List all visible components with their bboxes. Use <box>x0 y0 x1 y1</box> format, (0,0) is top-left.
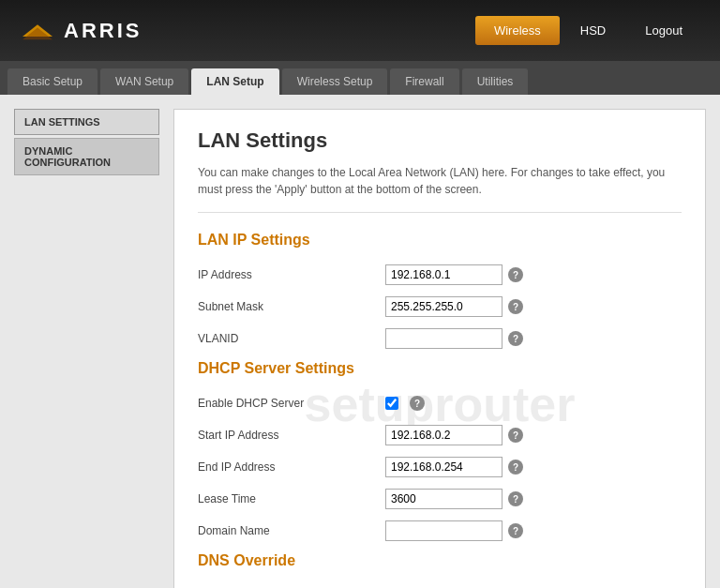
content-area: setuprouter LAN Settings You can make ch… <box>173 109 706 588</box>
help-icon-ip-address[interactable]: ? <box>508 267 523 282</box>
form-row-ip-address: IP Address ? <box>198 263 682 287</box>
page-title: LAN Settings <box>198 128 682 153</box>
page-description: You can make changes to the Local Area N… <box>198 164 682 213</box>
input-vlanid[interactable] <box>385 328 502 349</box>
arris-logo-icon <box>19 22 56 40</box>
sidebar-item-dynamic-config[interactable]: DYNAMIC CONFIGURATION <box>14 138 159 175</box>
help-icon-lease-time[interactable]: ? <box>508 491 523 506</box>
form-row-enable-dhcp: Enable DHCP Server ? <box>198 391 682 415</box>
tab-lan-setup[interactable]: LAN Setup <box>191 68 278 95</box>
header-nav: Wireless HSD Logout <box>475 16 701 45</box>
form-row-start-ip: Start IP Address ? <box>198 423 682 447</box>
input-end-ip[interactable] <box>385 457 502 477</box>
input-subnet-mask[interactable] <box>385 296 502 317</box>
help-icon-domain-name[interactable]: ? <box>508 523 523 538</box>
help-icon-start-ip[interactable]: ? <box>508 428 523 443</box>
input-ip-address[interactable] <box>385 264 502 285</box>
form-row-end-ip: End IP Address ? <box>198 455 682 479</box>
input-lease-time[interactable] <box>385 489 502 509</box>
sidebar: LAN SETTINGS DYNAMIC CONFIGURATION <box>14 109 159 588</box>
input-domain-name[interactable] <box>385 520 502 541</box>
label-domain-name: Domain Name <box>198 524 385 537</box>
help-icon-end-ip[interactable]: ? <box>508 460 523 475</box>
label-start-ip: Start IP Address <box>198 429 385 442</box>
tab-bar: Basic Setup WAN Setup LAN Setup Wireless… <box>0 61 720 95</box>
label-subnet-mask: Subnet Mask <box>198 300 385 313</box>
header: ARRIS Wireless HSD Logout <box>0 0 720 61</box>
form-row-subnet-mask: Subnet Mask ? <box>198 294 682 319</box>
help-icon-vlanid[interactable]: ? <box>508 331 523 346</box>
tab-utilities[interactable]: Utilities <box>462 68 529 95</box>
tab-wan-setup[interactable]: WAN Setup <box>100 68 188 95</box>
tab-firewall[interactable]: Firewall <box>390 68 458 95</box>
help-icon-subnet-mask[interactable]: ? <box>508 299 523 314</box>
input-start-ip[interactable] <box>385 425 502 445</box>
form-row-lease-time: Lease Time ? <box>198 487 682 511</box>
nav-wireless[interactable]: Wireless <box>475 16 560 45</box>
label-end-ip: End IP Address <box>198 460 385 474</box>
checkbox-area-dhcp: ? <box>385 396 425 411</box>
main-content: LAN SETTINGS DYNAMIC CONFIGURATION setup… <box>0 95 720 588</box>
label-vlanid: VLANID <box>198 332 385 345</box>
dns-section-header: DNS Override <box>198 552 682 569</box>
dhcp-section: DHCP Server Settings Enable DHCP Server … <box>198 360 682 543</box>
lan-ip-section: LAN IP Settings IP Address ? Subnet Mask… <box>198 232 682 351</box>
nav-logout[interactable]: Logout <box>626 16 701 45</box>
checkbox-enable-dhcp[interactable] <box>385 397 398 410</box>
form-row-vlanid: VLANID ? <box>198 326 682 351</box>
label-lease-time: Lease Time <box>198 492 385 505</box>
logo-area: ARRIS <box>19 19 475 43</box>
dhcp-section-header: DHCP Server Settings <box>198 360 682 377</box>
tab-wireless-setup[interactable]: Wireless Setup <box>282 68 388 95</box>
help-icon-enable-dhcp[interactable]: ? <box>410 396 425 411</box>
lan-ip-section-header: LAN IP Settings <box>198 232 682 249</box>
tab-basic-setup[interactable]: Basic Setup <box>8 68 98 95</box>
form-row-domain-name: Domain Name ? <box>198 519 682 543</box>
dns-section: DNS Override Enable DNS Override ? Prima… <box>198 552 682 588</box>
logo-text: ARRIS <box>64 19 142 43</box>
sidebar-item-lan-settings[interactable]: LAN SETTINGS <box>14 109 159 135</box>
nav-hsd[interactable]: HSD <box>562 16 624 45</box>
label-enable-dhcp: Enable DHCP Server <box>198 397 385 410</box>
form-row-enable-dns: Enable DNS Override ? <box>198 583 682 588</box>
label-ip-address: IP Address <box>198 268 385 281</box>
